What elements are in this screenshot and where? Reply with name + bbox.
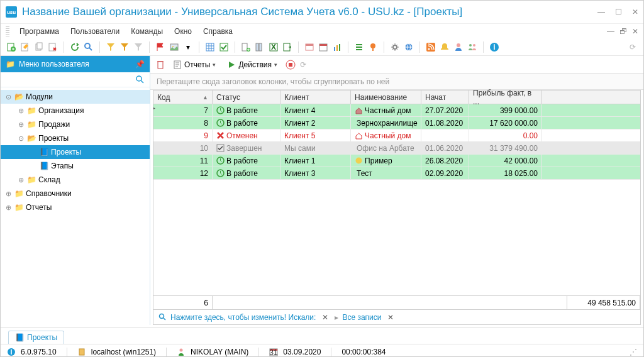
minimize-button[interactable]: —: [597, 8, 605, 16]
bell-icon[interactable]: [439, 41, 450, 53]
sidebar: 📁 Меню пользователя 📌 ⊙📂Модули ⊕📁Организ…: [1, 56, 150, 325]
svg-text:31: 31: [270, 348, 279, 356]
maximize-button[interactable]: ☐: [615, 8, 622, 16]
tree-references[interactable]: ⊕📁Справочники: [1, 187, 150, 200]
info-icon[interactable]: i: [489, 41, 500, 53]
tree-projects[interactable]: ⊙📂Проекты: [1, 131, 150, 145]
svg-point-36: [136, 76, 142, 81]
dropdown-icon[interactable]: ▾: [182, 41, 194, 53]
delete-icon[interactable]: [47, 41, 58, 53]
chart-icon[interactable]: [331, 41, 343, 53]
table-row[interactable]: 8В работеКлиент 2Зернохранилище01.08.202…: [153, 117, 640, 129]
refresh-icon[interactable]: [69, 41, 80, 53]
window-icon[interactable]: [304, 41, 315, 53]
sidebar-title: Меню пользователя: [19, 60, 89, 69]
svg-rect-21: [319, 44, 327, 46]
tree-reports[interactable]: ⊕📁Отчеты: [1, 200, 150, 214]
footer-count: 6: [153, 296, 213, 309]
table-row[interactable]: 9ОтмененКлиент 5Частный дом0.00: [153, 129, 640, 142]
filter-all-clear-button[interactable]: ✕: [385, 313, 396, 322]
menu-window[interactable]: Окно: [169, 26, 197, 37]
search-icon[interactable]: [83, 41, 94, 53]
columns-icon[interactable]: [254, 41, 265, 53]
image-icon[interactable]: [169, 41, 180, 53]
col-profit[interactable]: Прибыль факт, в ...: [469, 91, 542, 104]
delete-record-icon[interactable]: [155, 60, 165, 70]
copy-icon[interactable]: [33, 41, 45, 53]
svg-text:i: i: [10, 348, 12, 356]
mdi-minimize-button[interactable]: —: [607, 27, 614, 36]
add-column-icon[interactable]: [240, 41, 252, 53]
pin-icon[interactable]: 📌: [135, 60, 145, 69]
mdi-close-button[interactable]: ✕: [632, 27, 638, 36]
excel-export-icon[interactable]: [282, 41, 293, 53]
col-code[interactable]: Код▲: [153, 91, 213, 104]
menu-users[interactable]: Пользователи: [65, 26, 125, 37]
pin-orange-icon[interactable]: [367, 41, 379, 53]
close-button[interactable]: ✕: [632, 8, 638, 16]
table-icon[interactable]: [204, 41, 216, 53]
tree-warehouse[interactable]: ⊕📁Склад: [1, 173, 150, 187]
tree-modules[interactable]: ⊙📂Модули: [1, 90, 150, 104]
rss-icon[interactable]: [425, 41, 436, 53]
stop-icon[interactable]: [285, 59, 296, 70]
col-name[interactable]: Наименование: [351, 91, 421, 104]
check-icon[interactable]: [218, 41, 230, 53]
new-icon[interactable]: [6, 41, 17, 53]
title-bar: usu Название Вашей организации - Универс…: [1, 1, 643, 23]
filter-all-link[interactable]: Все записи: [342, 313, 381, 322]
menu-commands[interactable]: Команды: [126, 26, 168, 37]
group-by-hint[interactable]: Перетащите сюда заголовок колонки, чтобы…: [150, 74, 643, 90]
edit-icon[interactable]: [19, 41, 31, 53]
resize-grip-icon[interactable]: ⋰: [630, 348, 637, 356]
document-tabs: 📘 Проекты: [1, 327, 643, 344]
status-date: 03.09.2020: [283, 348, 321, 356]
server-icon: [77, 348, 86, 356]
tree-organization[interactable]: ⊕📁Организация: [1, 104, 150, 118]
table-row[interactable]: 10ЗавершенМы самиОфис на Арбате01.06.202…: [153, 142, 640, 155]
content-toolbar: Отчеты▾ Действия▾ ⟳: [150, 56, 643, 74]
menu-help[interactable]: Справка: [198, 26, 238, 37]
tab-projects[interactable]: 📘 Проекты: [8, 331, 64, 344]
grid-header: Код▲ Статус Клиент Наименование Начат Пр…: [153, 91, 640, 104]
svg-rect-23: [336, 45, 338, 51]
calendar-icon: 31: [269, 348, 278, 356]
tree-sales[interactable]: ⊕📁Продажи: [1, 118, 150, 131]
reports-button[interactable]: Отчеты▾: [169, 59, 219, 70]
info-icon: i: [7, 348, 16, 356]
svg-rect-40: [289, 63, 292, 67]
sidebar-search[interactable]: [1, 72, 150, 87]
filter-clear-button[interactable]: ✕: [319, 313, 331, 322]
table-row[interactable]: 12В работеКлиент 3Тест02.09.202018 025.0…: [153, 167, 640, 180]
toolbar-overflow-icon[interactable]: ⟳: [627, 41, 638, 53]
svg-point-47: [160, 314, 164, 319]
mdi-restore-button[interactable]: 🗗: [619, 27, 627, 36]
users-icon[interactable]: [467, 41, 478, 53]
calendar-icon[interactable]: [318, 41, 329, 53]
col-status[interactable]: Статус: [213, 91, 280, 104]
actions-button[interactable]: Действия▾: [223, 59, 281, 70]
svg-rect-4: [37, 43, 42, 49]
filter-gold-icon[interactable]: [119, 41, 130, 53]
tree-stages[interactable]: 📘Этапы: [1, 159, 150, 173]
menu-bar: Программа Пользователи Команды Окно Спра…: [1, 23, 643, 38]
filter-icon[interactable]: [105, 41, 116, 53]
globe-icon[interactable]: [403, 41, 414, 53]
filter-clear-icon[interactable]: [133, 41, 144, 53]
gear-icon[interactable]: [389, 41, 401, 53]
flag-red-icon[interactable]: [155, 41, 166, 53]
table-row[interactable]: 11В работеКлиент 1Пример26.08.202042 000…: [153, 155, 640, 167]
filter-edit-link[interactable]: Нажмите здесь, чтобы изменить! Искали:: [170, 313, 316, 322]
tree-projects-sub[interactable]: 📘Проекты: [1, 145, 150, 159]
table-row[interactable]: ▸7В работеКлиент 4Частный дом27.07.20203…: [153, 104, 640, 117]
data-grid: Код▲ Статус Клиент Наименование Начат Пр…: [153, 90, 641, 310]
menu-program[interactable]: Программа: [14, 26, 64, 37]
grid-footer: 6 49 458 515.00: [153, 295, 640, 309]
content-overflow-icon[interactable]: ⟳: [300, 60, 306, 69]
status-version: 6.0.975.10: [21, 348, 57, 356]
col-started[interactable]: Начат: [421, 91, 469, 104]
col-client[interactable]: Клиент: [280, 91, 351, 104]
user-icon[interactable]: [453, 41, 464, 53]
list-green-icon[interactable]: [353, 41, 365, 53]
excel-icon[interactable]: X: [268, 41, 279, 53]
